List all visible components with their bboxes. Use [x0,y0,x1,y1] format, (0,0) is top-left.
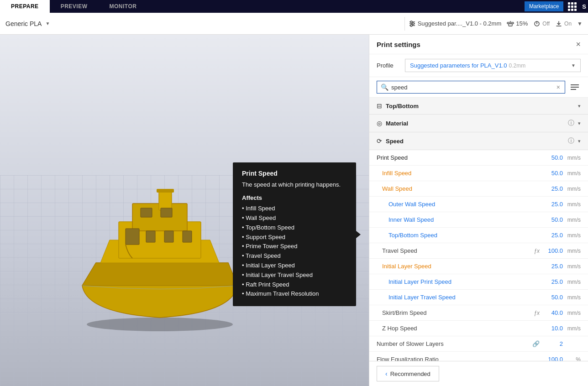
travel-speed-unit: mm/s [565,248,581,254]
setting-infill-speed[interactable]: Infill Speed 50.0 mm/s [369,166,588,181]
off-icon [533,20,541,27]
panel-title: Print settings [377,41,420,48]
recommended-button[interactable]: ‹ Recommended [377,366,439,381]
infill-speed-value[interactable]: 50.0 [542,170,563,177]
search-icon: 🔍 [381,83,388,91]
right-settings: Suggested par...._V1.0 - 0.2mm 15% Off O… [409,20,583,27]
tooltip-description: The speed at which printing happens. [242,181,347,189]
svg-point-11 [87,318,233,331]
sliders-icon [409,20,416,27]
setting-outer-wall-speed[interactable]: Outer Wall Speed 25.0 mm/s [369,197,588,212]
tooltip-item: Initial Layer Travel Speed [242,271,347,280]
speed-icon: ⟳ [377,137,382,145]
apps-grid-icon[interactable] [568,2,577,11]
svg-point-5 [410,25,412,26]
nav-tabs: PREPARE PREVIEW MONITOR [0,0,147,13]
off-label: Off [542,21,550,27]
section-material-label: Material [386,120,564,127]
settings-bar-chevron-icon[interactable]: ▼ [577,21,583,27]
speed-info-icon[interactable]: ⓘ [568,137,574,145]
support-setting-item[interactable]: 15% [507,20,528,27]
boat-model [73,185,247,331]
svg-rect-19 [183,231,192,242]
tooltip-item: Initial Layer Speed [242,261,347,271]
menu-icon[interactable] [569,83,581,92]
inner-wall-speed-unit: mm/s [565,217,581,223]
svg-rect-7 [509,24,512,26]
search-input[interactable] [391,84,553,91]
user-initial[interactable]: S [582,3,586,10]
settings-bar: Generic PLA ▼ Suggested par...._V1.0 - 0… [0,13,588,35]
top-bottom-icon: ⊟ [377,102,382,110]
menu-line-3 [571,89,576,90]
material-selector[interactable]: Generic PLA ▼ [5,20,401,27]
wall-speed-label: Wall Speed [382,185,542,192]
setting-travel-speed[interactable]: Travel Speed ƒx 100.0 mm/s [369,243,588,259]
tooltip-arrow [356,231,361,238]
setting-wall-speed[interactable]: Wall Speed 25.0 mm/s [369,181,588,197]
initial-layer-travel-speed-value[interactable]: 50.0 [542,294,563,301]
setting-initial-layer-print-speed[interactable]: Initial Layer Print Speed 25.0 mm/s [369,274,588,290]
travel-speed-value[interactable]: 100.0 [542,247,563,254]
tooltip-affects-list: Infill Speed Wall Speed Top/Bottom Speed… [242,204,347,299]
tooltip-item: Support Speed [242,233,347,242]
link-icon: 🔗 [532,340,540,347]
travel-speed-label: Travel Speed [382,247,531,254]
initial-layer-speed-value[interactable]: 25.0 [542,263,563,270]
setting-initial-layer-speed[interactable]: Initial Layer Speed 25.0 mm/s [369,259,588,274]
recommended-label: Recommended [390,370,430,377]
skirt-brim-speed-unit: mm/s [565,310,581,316]
top-bottom-chevron-icon: ▾ [578,103,581,109]
svg-point-3 [410,21,412,23]
section-top-bottom[interactable]: ⊟ Top/Bottom ▾ [369,98,588,115]
outer-wall-speed-value[interactable]: 25.0 [542,201,563,208]
travel-speed-fx-icon: ƒx [534,248,540,254]
tab-prepare[interactable]: PREPARE [0,0,50,13]
setting-flow-equalization[interactable]: Flow Equalization Ratio 100.0 % [369,352,588,361]
material-info-icon[interactable]: ⓘ [568,119,574,127]
wall-speed-value[interactable]: 25.0 [542,185,563,192]
skirt-brim-speed-label: Skirt/Brim Speed [382,309,531,316]
profile-setting-item[interactable]: Suggested par...._V1.0 - 0.2mm [409,20,502,27]
off-setting-item[interactable]: Off [533,20,550,27]
close-panel-button[interactable]: × [576,40,581,48]
print-speed-value[interactable]: 50.0 [542,154,563,161]
setting-z-hop-speed[interactable]: Z Hop Speed 10.0 mm/s [369,321,588,336]
section-speed[interactable]: ⟳ Speed ⓘ ▾ [369,132,588,150]
flow-equalization-value[interactable]: 100.0 [542,356,563,361]
search-input-wrap: 🔍 × [377,81,565,94]
section-material[interactable]: ◎ Material ⓘ ▾ [369,115,588,132]
flow-equalization-unit: % [565,356,581,361]
setting-num-slower-layers[interactable]: Number of Slower Layers 🔗 2 [369,336,588,352]
search-clear-button[interactable]: × [556,83,561,91]
tooltip-item: Top/Bottom Speed [242,223,347,233]
setting-top-bottom-speed[interactable]: Top/Bottom Speed 25.0 mm/s [369,228,588,243]
num-slower-layers-value[interactable]: 2 [542,340,563,347]
tab-monitor[interactable]: MONITOR [98,0,147,13]
svg-rect-15 [157,189,174,193]
inner-wall-speed-value[interactable]: 50.0 [542,216,563,223]
setting-initial-layer-travel-speed[interactable]: Initial Layer Travel Speed 50.0 mm/s [369,290,588,305]
svg-rect-14 [159,190,172,210]
profile-select[interactable]: Suggested parameters for PLA_V1.0 0.2mm … [405,59,581,72]
infill-speed-label: Infill Speed [382,170,542,177]
marketplace-button[interactable]: Marketplace [525,1,563,11]
setting-skirt-brim-speed[interactable]: Skirt/Brim Speed ƒx 40.0 mm/s [369,305,588,321]
initial-layer-travel-speed-label: Initial Layer Travel Speed [388,294,542,301]
nav-right: Marketplace S [525,1,588,11]
save-icon [555,20,562,27]
skirt-brim-fx-icon: ƒx [534,310,540,316]
save-setting-item[interactable]: On [555,20,572,27]
skirt-brim-speed-value[interactable]: 40.0 [542,309,563,316]
tooltip-item: Raft Print Speed [242,280,347,290]
top-bottom-speed-value[interactable]: 25.0 [542,232,563,239]
wall-speed-unit: mm/s [565,186,581,192]
initial-layer-print-speed-value[interactable]: 25.0 [542,278,563,285]
3d-viewport[interactable]: Print Speed The speed at which printing … [0,35,369,386]
tooltip-item: Maximum Travel Resolution [242,289,347,299]
z-hop-speed-value[interactable]: 10.0 [542,325,563,332]
setting-print-speed[interactable]: Print Speed 50.0 mm/s [369,150,588,166]
setting-inner-wall-speed[interactable]: Inner Wall Speed 50.0 mm/s [369,212,588,228]
menu-line-1 [571,84,579,85]
tab-preview[interactable]: PREVIEW [50,0,99,13]
